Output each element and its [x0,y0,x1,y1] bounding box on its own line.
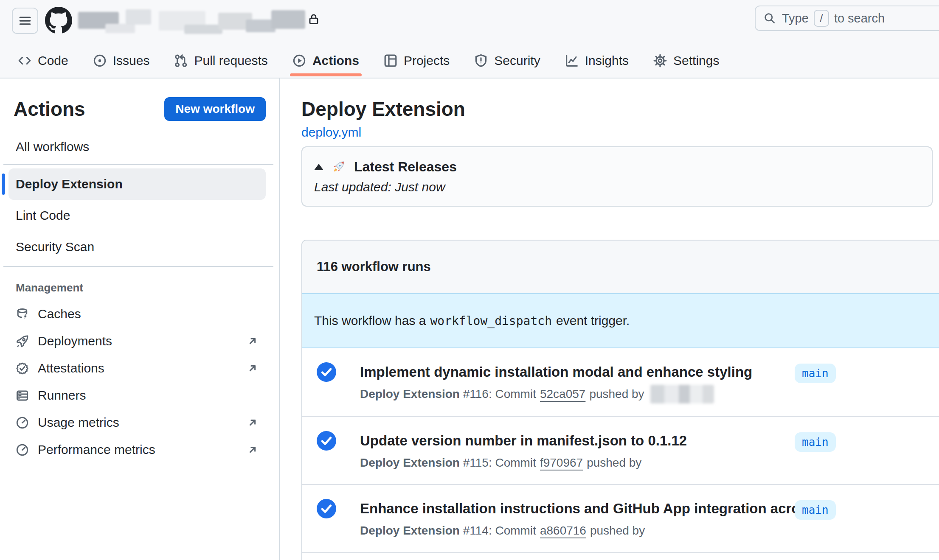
latest-releases-annotation: Latest Releases Last updated: Just now [301,146,933,207]
tab-security[interactable]: Security [472,44,543,78]
new-workflow-button[interactable]: New workflow [164,97,266,121]
run-title-link[interactable]: Update version number in manifest.json t… [360,431,939,450]
selected-accent-bar [2,174,5,195]
search-icon [763,12,776,25]
tab-actions[interactable]: Actions [290,44,362,78]
tab-issues[interactable]: Issues [90,44,152,78]
success-check-icon [317,431,336,451]
workflow-main-panel: Deploy Extension deploy.yml Latest Relea… [280,78,939,560]
arrow-up-right-icon [246,335,259,347]
success-check-icon [317,362,336,382]
repo-breadcrumb-redacted[interactable] [78,7,306,34]
slash-key-hint: / [814,10,829,27]
shield-icon [474,54,488,67]
sidebar-item-security-scan[interactable]: Security Scan [8,231,266,263]
repo-nav-tabs: Code Issues Pull requests Actions [15,44,741,78]
tab-pull-requests[interactable]: Pull requests [171,44,270,78]
app-header: Type / to search Code Issues Pull reques… [0,0,939,78]
table-icon [384,54,397,67]
sidebar-item-caches[interactable]: Caches [0,300,279,328]
run-meta: Deploy Extension #114: Commit a860716 pu… [360,521,939,540]
rocket-icon [16,335,29,348]
github-logo-icon[interactable] [45,7,72,34]
workflow-dispatch-code: workflow_dispatch [430,314,552,328]
code-icon [18,54,31,67]
tab-projects[interactable]: Projects [381,44,452,78]
hamburger-icon [18,14,32,28]
meter-icon [16,443,29,456]
caret-up-icon [314,164,323,170]
commit-link[interactable]: a860716 [540,522,586,539]
active-tab-underline [290,73,362,76]
sidebar-item-deploy-extension[interactable]: Deploy Extension [8,168,266,200]
lock-icon [307,13,320,25]
tab-insights[interactable]: Insights [562,44,631,78]
commit-link[interactable]: 52ca057 [540,386,585,403]
sidebar-item-usage-metrics[interactable]: Usage metrics [0,409,279,436]
actions-sidebar: Actions New workflow All workflows Deplo… [0,78,280,560]
workflow-run-row-partial [302,552,939,560]
sidebar-item-deployments[interactable]: Deployments [0,328,279,355]
sidebar-item-lint-code[interactable]: Lint Code [8,200,266,231]
branch-badge[interactable]: main [795,364,836,383]
run-meta: Deploy Extension #116: Commit 52ca057 pu… [360,385,939,403]
workflow-run-row[interactable]: Enhance installation instructions and Gi… [302,484,939,552]
annotation-title: Latest Releases [354,159,457,175]
sidebar-item-performance-metrics[interactable]: Performance metrics [0,436,279,463]
meter-icon [16,416,29,429]
sidebar-divider [3,266,273,267]
management-section-label: Management [0,270,279,300]
arrow-up-right-icon [246,416,259,429]
server-icon [16,389,29,402]
verified-icon [16,362,29,375]
workflow-run-row[interactable]: Update version number in manifest.json t… [302,416,939,484]
tab-code[interactable]: Code [15,44,71,78]
page-title: Deploy Extension [301,97,939,121]
workflow-run-row[interactable]: Implement dynamic installation modal and… [302,348,939,416]
workflow-runs-card: 116 workflow runs This workflow has a wo… [301,240,939,560]
success-check-icon [317,499,336,518]
redacted-actor [650,385,714,403]
arrow-up-right-icon [246,443,259,456]
search-placeholder: Type / to search [782,10,885,27]
hamburger-menu-button[interactable] [12,8,38,34]
graph-icon [565,54,579,67]
git-pull-request-icon [174,54,188,67]
branch-badge[interactable]: main [795,432,836,452]
workflow-file-link[interactable]: deploy.yml [301,125,361,140]
tab-settings[interactable]: Settings [651,44,722,78]
annotation-collapse-toggle[interactable]: Latest Releases [314,158,920,175]
run-meta: Deploy Extension #115: Commit f970967 pu… [360,454,939,472]
run-title-link[interactable]: Enhance installation instructions and Gi… [360,499,939,518]
gear-icon [653,54,667,67]
play-icon [292,54,306,67]
search-input[interactable]: Type / to search [755,6,939,31]
rocket-emoji-icon [331,159,346,174]
sidebar-divider [3,164,273,165]
commit-link[interactable]: f970967 [540,454,583,471]
sidebar-item-all-workflows[interactable]: All workflows [0,133,279,161]
sidebar-item-attestations[interactable]: Attestations [0,355,279,382]
issue-opened-icon [93,54,107,67]
workflow-list: Deploy Extension Lint Code Security Scan [8,168,266,263]
sidebar-title: Actions [14,98,85,120]
branch-badge[interactable]: main [795,500,836,520]
runs-count-header: 116 workflow runs [302,241,939,293]
database-icon [16,308,29,321]
workflow-dispatch-banner: This workflow has a workflow_dispatch ev… [302,293,939,348]
run-title-link[interactable]: Implement dynamic installation modal and… [360,363,939,381]
arrow-up-right-icon [246,362,259,375]
sidebar-item-runners[interactable]: Runners [0,382,279,409]
annotation-updated-text: Last updated: Just now [314,179,920,195]
